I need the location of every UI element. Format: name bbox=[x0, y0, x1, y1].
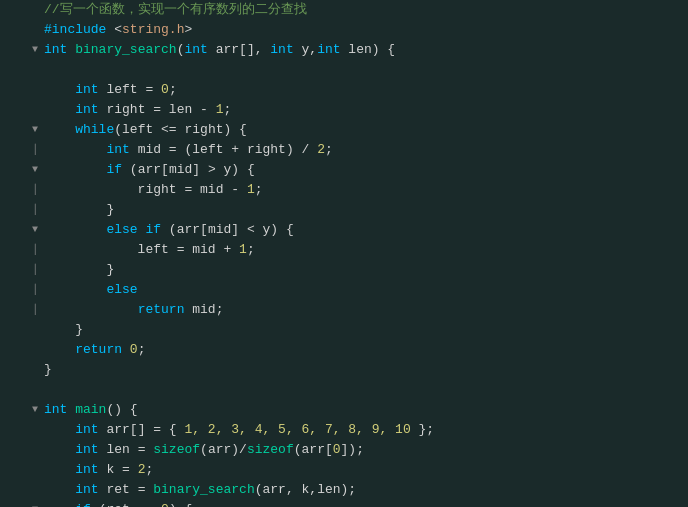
fold-icon: │ bbox=[28, 301, 42, 319]
line-13: │ left = mid + 1; bbox=[0, 240, 688, 260]
fold-icon[interactable]: ▼ bbox=[28, 41, 42, 59]
fold-icon: │ bbox=[28, 181, 42, 199]
line-12: ▼ else if (arr[mid] < y) { bbox=[0, 220, 688, 240]
code-content: //写一个函数，实现一个有序数列的二分查找 bbox=[42, 1, 688, 19]
code-editor: //写一个函数，实现一个有序数列的二分查找 #include <string.h… bbox=[0, 0, 688, 507]
line-4 bbox=[0, 60, 688, 80]
line-26: ▼ if (ret == 0) { bbox=[0, 500, 688, 507]
line-7: ▼ while(left <= right) { bbox=[0, 120, 688, 140]
code-content: int right = len - 1; bbox=[42, 101, 688, 119]
code-content: int ret = binary_search(arr, k,len); bbox=[42, 481, 688, 499]
code-content: int left = 0; bbox=[42, 81, 688, 99]
code-content: while(left <= right) { bbox=[42, 121, 688, 139]
code-content bbox=[42, 61, 688, 79]
fold-icon[interactable]: ▼ bbox=[28, 221, 42, 239]
line-24: int k = 2; bbox=[0, 460, 688, 480]
line-1: //写一个函数，实现一个有序数列的二分查找 bbox=[0, 0, 688, 20]
code-content: if (ret == 0) { bbox=[42, 501, 688, 507]
code-content: } bbox=[42, 361, 688, 379]
line-11: │ } bbox=[0, 200, 688, 220]
fold-icon: │ bbox=[28, 281, 42, 299]
code-content: int k = 2; bbox=[42, 461, 688, 479]
line-5: int left = 0; bbox=[0, 80, 688, 100]
line-8: │ int mid = (left + right) / 2; bbox=[0, 140, 688, 160]
line-19: } bbox=[0, 360, 688, 380]
fold-icon[interactable]: ▼ bbox=[28, 121, 42, 139]
line-9: ▼ if (arr[mid] > y) { bbox=[0, 160, 688, 180]
line-15: │ else bbox=[0, 280, 688, 300]
fold-icon: │ bbox=[28, 201, 42, 219]
line-10: │ right = mid - 1; bbox=[0, 180, 688, 200]
code-content: int len = sizeof(arr)/sizeof(arr[0]); bbox=[42, 441, 688, 459]
code-content: return 0; bbox=[42, 341, 688, 359]
code-content bbox=[42, 381, 688, 399]
code-content: #include <string.h> bbox=[42, 21, 688, 39]
code-content: } bbox=[42, 201, 688, 219]
line-25: int ret = binary_search(arr, k,len); bbox=[0, 480, 688, 500]
line-3: ▼ int binary_search(int arr[], int y,int… bbox=[0, 40, 688, 60]
code-content: } bbox=[42, 261, 688, 279]
fold-icon[interactable]: ▼ bbox=[28, 501, 42, 507]
line-22: int arr[] = { 1, 2, 3, 4, 5, 6, 7, 8, 9,… bbox=[0, 420, 688, 440]
code-content: int mid = (left + right) / 2; bbox=[42, 141, 688, 159]
fold-icon[interactable]: ▼ bbox=[28, 401, 42, 419]
code-content: int main() { bbox=[42, 401, 688, 419]
line-17: } bbox=[0, 320, 688, 340]
line-20 bbox=[0, 380, 688, 400]
code-content: right = mid - 1; bbox=[42, 181, 688, 199]
line-18: return 0; bbox=[0, 340, 688, 360]
code-content: return mid; bbox=[42, 301, 688, 319]
fold-icon[interactable]: ▼ bbox=[28, 161, 42, 179]
code-content: } bbox=[42, 321, 688, 339]
line-16: │ return mid; bbox=[0, 300, 688, 320]
fold-icon: │ bbox=[28, 261, 42, 279]
line-6: int right = len - 1; bbox=[0, 100, 688, 120]
code-content: if (arr[mid] > y) { bbox=[42, 161, 688, 179]
code-content: else if (arr[mid] < y) { bbox=[42, 221, 688, 239]
fold-icon: │ bbox=[28, 141, 42, 159]
code-content: int binary_search(int arr[], int y,int l… bbox=[42, 41, 688, 59]
line-21: ▼ int main() { bbox=[0, 400, 688, 420]
line-23: int len = sizeof(arr)/sizeof(arr[0]); bbox=[0, 440, 688, 460]
code-content: left = mid + 1; bbox=[42, 241, 688, 259]
line-2: #include <string.h> bbox=[0, 20, 688, 40]
line-14: │ } bbox=[0, 260, 688, 280]
code-content: else bbox=[42, 281, 688, 299]
code-content: int arr[] = { 1, 2, 3, 4, 5, 6, 7, 8, 9,… bbox=[42, 421, 688, 439]
fold-icon: │ bbox=[28, 241, 42, 259]
